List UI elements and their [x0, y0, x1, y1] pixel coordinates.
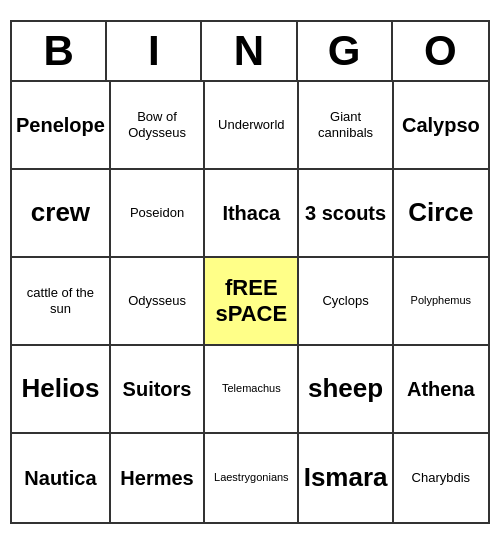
bingo-cell: cattle of the sun [12, 258, 111, 346]
bingo-cell: Telemachus [205, 346, 299, 434]
bingo-cell: Circe [394, 170, 488, 258]
bingo-grid: PenelopeBow of OdysseusUnderworldGiant c… [12, 82, 488, 522]
bingo-cell: Odysseus [111, 258, 205, 346]
bingo-cell: Poseidon [111, 170, 205, 258]
bingo-cell: fREE sPACE [205, 258, 299, 346]
header-letter: O [393, 22, 488, 80]
bingo-card: BINGO PenelopeBow of OdysseusUnderworldG… [10, 20, 490, 524]
bingo-cell: Bow of Odysseus [111, 82, 205, 170]
bingo-cell: Hermes [111, 434, 205, 522]
header-letter: N [202, 22, 297, 80]
bingo-cell: Underworld [205, 82, 299, 170]
bingo-cell: 3 scouts [299, 170, 393, 258]
bingo-cell: Nautica [12, 434, 111, 522]
bingo-cell: Helios [12, 346, 111, 434]
bingo-cell: Polyphemus [394, 258, 488, 346]
bingo-cell: Giant cannibals [299, 82, 393, 170]
bingo-cell: Penelope [12, 82, 111, 170]
bingo-cell: Laestrygonians [205, 434, 299, 522]
bingo-cell: sheep [299, 346, 393, 434]
bingo-cell: Athena [394, 346, 488, 434]
bingo-cell: Cyclops [299, 258, 393, 346]
header-letter: B [12, 22, 107, 80]
bingo-cell: Ismara [299, 434, 393, 522]
bingo-header: BINGO [12, 22, 488, 82]
bingo-cell: Calypso [394, 82, 488, 170]
bingo-cell: Ithaca [205, 170, 299, 258]
header-letter: I [107, 22, 202, 80]
bingo-cell: crew [12, 170, 111, 258]
bingo-cell: Charybdis [394, 434, 488, 522]
bingo-cell: Suitors [111, 346, 205, 434]
header-letter: G [298, 22, 393, 80]
